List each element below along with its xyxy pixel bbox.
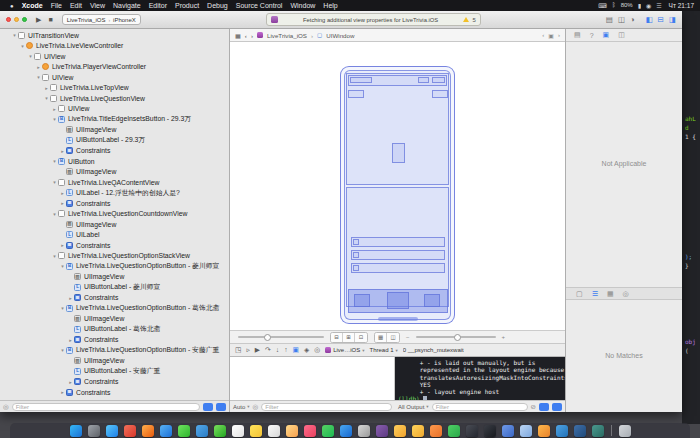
dock-icon-simulator[interactable] (520, 425, 532, 437)
stack-frame-label[interactable]: 0 __psynch_mutexwait (403, 347, 464, 353)
dock-icon-trash[interactable] (619, 425, 631, 437)
version-editor-icon[interactable]: ◑ (630, 15, 635, 24)
dock-icon-zeplin[interactable] (412, 425, 424, 437)
navigator-panel-icon[interactable]: ◧ (646, 15, 653, 24)
tree-row[interactable]: LUIButtonLabel - 29.3万 (0, 135, 229, 146)
disclosure-icon[interactable]: ▾ (51, 211, 58, 217)
size-inspector-icon[interactable]: ◫ (618, 31, 625, 39)
tree-row[interactable]: ▾BUIButton (0, 156, 229, 167)
disclosure-icon[interactable]: ▾ (51, 179, 58, 185)
menu-item-edit[interactable]: Edit (66, 2, 86, 9)
disclosure-icon[interactable]: ▾ (59, 305, 66, 311)
hide-debug-area-icon[interactable]: ◳ (235, 346, 241, 354)
tree-row[interactable]: ▨UIImageView (0, 125, 229, 136)
menu-item-file[interactable]: File (47, 2, 66, 9)
dock-icon-vscode[interactable] (556, 425, 568, 437)
variables-view[interactable] (230, 356, 395, 400)
dock-icon-sourcetree[interactable] (574, 425, 586, 437)
back-icon[interactable]: ‹ (245, 32, 247, 39)
wireframe-view[interactable] (418, 77, 429, 83)
dock-icon-mail[interactable] (160, 425, 172, 437)
wireframe-view[interactable] (432, 77, 445, 83)
dock-icon-music[interactable] (304, 425, 316, 437)
tree-row[interactable]: ▨UIImageView (0, 167, 229, 178)
thread-selector[interactable]: Thread 1 ▾ (369, 347, 397, 353)
dock-icon-notes[interactable] (250, 425, 262, 437)
wireframe-view[interactable] (351, 250, 445, 260)
menu-item-product[interactable]: Product (171, 2, 203, 9)
minimize-window-button[interactable] (14, 17, 19, 22)
tree-row[interactable]: ▨UIImageView (0, 219, 229, 230)
tree-row[interactable]: ▾LiveTrivia.LiveViewController (0, 41, 229, 52)
tree-row[interactable]: ▾LiveTrivia.LiveQuestionOptionStackView (0, 251, 229, 262)
menu-bar-clock[interactable]: Чт 21:17 (667, 2, 694, 9)
disclosure-icon[interactable]: ▸ (51, 106, 58, 112)
variables-filter-field[interactable]: Filter (261, 403, 392, 411)
wireframe-view[interactable] (354, 294, 370, 307)
wireframe-view[interactable] (351, 263, 445, 273)
close-window-button[interactable] (6, 17, 11, 22)
file-inspector-icon[interactable]: ▤ (574, 31, 581, 39)
tree-row[interactable]: ▸LUILabel - 12.浮世绘中的创始人是? (0, 188, 229, 199)
tree-row[interactable]: ▸UIView (0, 104, 229, 115)
process-chip[interactable]: Live…iOS ▾ (325, 347, 364, 353)
object-inspector-icon[interactable]: ▣ (603, 31, 610, 39)
nearby-icon[interactable]: ▢ (576, 290, 583, 298)
dock-icon-firefox[interactable] (142, 425, 154, 437)
stop-button[interactable]: ■ (47, 16, 53, 23)
next-item-icon[interactable]: › (558, 32, 560, 39)
menu-item-debug[interactable]: Debug (203, 2, 232, 9)
tree-row[interactable]: ▾LiveTrivia.LiveQAContentView (0, 177, 229, 188)
zoom-out-icon[interactable]: − (406, 334, 410, 340)
keyboard-icon[interactable]: ⌨ (598, 2, 607, 9)
dock-icon-telegram[interactable] (196, 425, 208, 437)
tree-row[interactable]: ▾BLiveTrivia.LiveQuestionOptionButton - … (0, 303, 229, 314)
tree-row[interactable]: ▾LiveTrivia.LiveQuestionCountdownView (0, 209, 229, 220)
tree-row[interactable]: ▾BLiveTrivia.TitleEdgeInsetsButton - 29.… (0, 114, 229, 125)
tree-row[interactable]: ▸⊞Constraints (0, 335, 229, 346)
wireframe-view[interactable] (348, 90, 364, 98)
disclosure-icon[interactable]: ▸ (59, 190, 66, 196)
menu-item-xcode[interactable]: Xcode (18, 2, 47, 9)
canvas-option-button[interactable]: ◫ (387, 333, 399, 342)
tree-row[interactable]: ▾BLiveTrivia.LiveQuestionOptionButton - … (0, 345, 229, 356)
step-out-icon[interactable]: ↑ (284, 346, 287, 354)
output-selector[interactable]: All Output ▾ (398, 404, 429, 410)
disclosure-icon[interactable]: ▸ (67, 379, 74, 385)
tree-row[interactable]: ▨UIImageView (0, 272, 229, 283)
dock-icon-slack[interactable] (376, 425, 388, 437)
disclosure-icon[interactable]: ▸ (59, 200, 66, 206)
zoom-in-icon[interactable]: + (502, 334, 506, 340)
tree-row[interactable]: ▾BLiveTrivia.LiveQuestionOptionButton - … (0, 261, 229, 272)
disclosure-icon[interactable]: ▸ (35, 64, 42, 70)
menu-item-view[interactable]: View (86, 2, 109, 9)
scheme-selector[interactable]: LiveTrivia_iOS › iPhoneX (62, 14, 141, 25)
menu-item-editor[interactable]: Editor (145, 2, 171, 9)
bluetooth-icon[interactable]: ᛒ (612, 2, 616, 9)
location-icon[interactable]: ◎ (314, 346, 320, 354)
tree-row[interactable]: ▨UIImageView (0, 314, 229, 325)
list-icon[interactable]: ☰ (592, 290, 598, 298)
dock-icon-xcode[interactable] (502, 425, 514, 437)
counterparts-icon[interactable]: ▣ (548, 32, 554, 39)
flat-view-icon[interactable]: ◎ (253, 403, 259, 411)
navigator-filter-field[interactable]: Filter (12, 403, 200, 411)
run-button[interactable]: ▶ (35, 16, 42, 24)
tree-row[interactable]: ▾UIView (0, 72, 229, 83)
wifi-icon[interactable]: ◉ (646, 2, 651, 9)
dock-icon-photos[interactable] (286, 425, 298, 437)
disclosure-icon[interactable]: ▸ (67, 295, 74, 301)
wireframe-view[interactable] (387, 292, 409, 309)
target-icon[interactable]: ◎ (623, 290, 629, 298)
dock-icon-calendar[interactable] (232, 425, 244, 437)
disclosure-icon[interactable]: ▾ (11, 32, 18, 38)
menu-item-source-control[interactable]: Source Control (232, 2, 287, 9)
show-console-toggle[interactable] (552, 403, 562, 411)
apple-menu[interactable]: ● (6, 3, 18, 9)
quick-help-icon[interactable]: ? (590, 32, 594, 39)
related-items-icon[interactable]: ▦ (235, 32, 241, 39)
warning-count[interactable]: 5 (472, 17, 475, 23)
dock-icon-app-store[interactable] (340, 425, 352, 437)
tree-row[interactable]: LUIButtonLabel - 葛饰北斋 (0, 324, 229, 335)
wireframe-view[interactable] (353, 252, 359, 258)
